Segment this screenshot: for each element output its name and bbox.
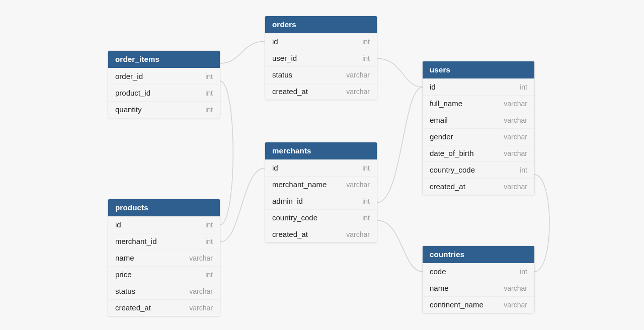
column-name: country_code: [430, 166, 475, 174]
table-orders[interactable]: orders id int user_id int status varchar…: [265, 16, 377, 100]
table-row[interactable]: country_code int: [265, 209, 377, 226]
column-type: int: [520, 83, 527, 91]
table-header-order-items[interactable]: order_items: [108, 51, 220, 68]
table-row[interactable]: date_of_birth varchar: [423, 145, 534, 161]
column-type: int: [362, 164, 370, 172]
column-name: id: [115, 220, 121, 229]
table-row[interactable]: id int: [265, 33, 377, 50]
column-type: int: [362, 38, 370, 46]
column-type: varchar: [504, 116, 527, 124]
table-title: orders: [272, 20, 296, 29]
column-name: merchant_id: [115, 237, 157, 245]
er-diagram-canvas[interactable]: order_items order_id int product_id int …: [0, 0, 644, 330]
table-row[interactable]: gender varchar: [423, 128, 534, 145]
table-row[interactable]: created_at varchar: [423, 178, 534, 195]
column-name: status: [272, 70, 292, 79]
column-type: varchar: [504, 149, 527, 157]
column-type: varchar: [504, 133, 527, 141]
column-name: country_code: [272, 213, 317, 222]
column-type: int: [205, 72, 213, 80]
column-type: int: [520, 166, 527, 174]
column-type: int: [205, 271, 213, 279]
table-row[interactable]: email varchar: [423, 112, 534, 128]
table-row[interactable]: merchant_id int: [108, 233, 220, 250]
table-order-items[interactable]: order_items order_id int product_id int …: [108, 51, 220, 118]
table-row[interactable]: created_at varchar: [265, 83, 377, 100]
table-header-countries[interactable]: countries: [423, 246, 534, 263]
column-name: id: [272, 37, 278, 46]
table-row[interactable]: name varchar: [423, 280, 534, 296]
column-name: admin_id: [272, 197, 303, 205]
column-name: created_at: [272, 230, 308, 238]
column-type: int: [362, 214, 370, 222]
column-name: created_at: [115, 303, 151, 312]
column-name: created_at: [272, 87, 308, 96]
column-type: int: [362, 197, 370, 205]
table-header-orders[interactable]: orders: [265, 16, 377, 33]
table-title: users: [430, 65, 450, 74]
column-name: date_of_birth: [430, 149, 474, 157]
column-type: int: [205, 237, 213, 245]
column-type: varchar: [189, 254, 213, 262]
column-name: product_id: [115, 89, 150, 97]
table-row[interactable]: country_code int: [423, 161, 534, 178]
column-name: created_at: [430, 182, 465, 191]
table-header-users[interactable]: users: [423, 61, 534, 78]
table-row[interactable]: merchant_name varchar: [265, 176, 377, 193]
column-name: order_id: [115, 72, 143, 80]
table-users[interactable]: users id int full_name varchar email var…: [423, 61, 534, 195]
table-row[interactable]: created_at varchar: [265, 226, 377, 242]
table-row[interactable]: admin_id int: [265, 193, 377, 209]
column-name: full_name: [430, 99, 462, 108]
column-name: status: [115, 287, 135, 295]
table-row[interactable]: status varchar: [108, 283, 220, 299]
table-row[interactable]: full_name varchar: [423, 95, 534, 112]
column-type: varchar: [504, 284, 527, 292]
column-type: varchar: [346, 88, 370, 96]
column-name: user_id: [272, 54, 297, 62]
table-row[interactable]: created_at varchar: [108, 299, 220, 316]
column-type: varchar: [346, 71, 370, 79]
table-row[interactable]: product_id int: [108, 85, 220, 101]
column-type: int: [205, 221, 213, 229]
column-type: int: [362, 54, 370, 62]
column-name: merchant_name: [272, 180, 327, 189]
table-title: countries: [430, 250, 464, 259]
table-row[interactable]: status varchar: [265, 66, 377, 83]
column-type: varchar: [504, 100, 527, 108]
table-title: order_items: [115, 55, 159, 63]
column-type: int: [205, 106, 213, 114]
column-name: email: [430, 116, 448, 124]
table-products[interactable]: products id int merchant_id int name var…: [108, 199, 220, 316]
table-row[interactable]: order_id int: [108, 68, 220, 85]
column-name: gender: [430, 132, 453, 141]
column-name: price: [115, 270, 132, 279]
column-type: int: [520, 268, 527, 276]
table-row[interactable]: price int: [108, 266, 220, 283]
table-row[interactable]: id int: [423, 78, 534, 95]
column-type: varchar: [189, 287, 213, 295]
table-row[interactable]: id int: [108, 216, 220, 233]
table-title: merchants: [272, 146, 311, 155]
table-row[interactable]: name varchar: [108, 250, 220, 266]
table-row[interactable]: quantity int: [108, 101, 220, 118]
table-row[interactable]: id int: [265, 159, 377, 176]
table-row[interactable]: continent_name varchar: [423, 296, 534, 313]
column-type: varchar: [504, 183, 527, 191]
column-type: varchar: [346, 230, 370, 238]
table-header-merchants[interactable]: merchants: [265, 142, 377, 159]
column-name: id: [272, 163, 278, 172]
table-countries[interactable]: countries code int name varchar continen…: [423, 246, 534, 313]
column-name: id: [430, 82, 436, 91]
column-name: name: [115, 254, 134, 262]
table-merchants[interactable]: merchants id int merchant_name varchar a…: [265, 142, 377, 242]
column-type: varchar: [504, 301, 527, 309]
table-row[interactable]: user_id int: [265, 50, 377, 66]
table-header-products[interactable]: products: [108, 199, 220, 216]
column-name: code: [430, 267, 446, 276]
table-row[interactable]: code int: [423, 263, 534, 280]
column-name: continent_name: [430, 300, 484, 309]
column-name: quantity: [115, 105, 142, 114]
column-type: varchar: [346, 181, 370, 189]
column-type: int: [205, 89, 213, 97]
